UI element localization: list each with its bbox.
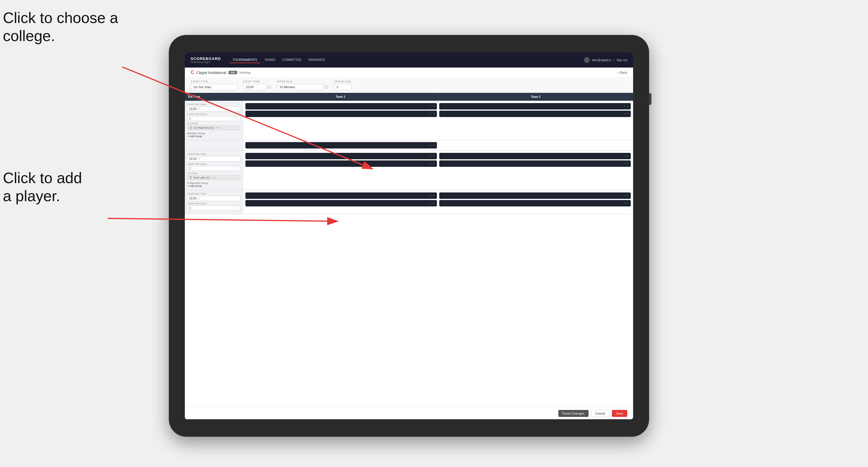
slot-edit-icon-5[interactable]: ✎ <box>433 144 435 147</box>
group-size-select[interactable]: 3 <box>334 84 351 90</box>
slot-edit-icon[interactable]: ✎ <box>433 105 435 108</box>
remove-group-2[interactable]: ⊖ Remove Group <box>187 182 241 185</box>
slot-x-icon-11[interactable]: × <box>430 202 432 205</box>
slot-x-icon-6[interactable]: × <box>430 155 432 157</box>
player-slot-t1-1a[interactable]: × ✎ <box>245 103 437 110</box>
slot-x-icon-12[interactable]: × <box>624 194 625 197</box>
team2-col-2: × ✎ × ✎ <box>439 153 631 187</box>
start-time-input[interactable] <box>243 84 266 90</box>
starting-time-input-2[interactable]: 10:10 ⓘ <box>187 156 241 162</box>
course-tag-2[interactable]: 🏌 East Lake GC × ✎ <box>187 175 241 180</box>
course-label-2: COURSE: <box>187 172 241 175</box>
player-slot-t2-1b[interactable]: × ✎ <box>439 111 631 117</box>
nav-links: TOURNAMENTS TEAMS COMMITTEE RANKINGS <box>230 57 584 63</box>
slot-x-icon-5[interactable]: × <box>430 144 432 147</box>
player-slot-t2-2a[interactable]: × ✎ <box>439 153 631 159</box>
starting-hole-input-3[interactable]: 1 ⌃⌄ <box>187 206 241 211</box>
nav-link-tournaments[interactable]: TOURNAMENTS <box>230 57 260 63</box>
slot-x-icon-8[interactable]: × <box>624 155 625 157</box>
nav-brand: SCOREBOARD Powered by clippd <box>191 57 221 63</box>
group-left-2: STARTING TIME: 10:10 ⓘ STARTING HOLE: 1 … <box>185 151 243 190</box>
course-tag-1[interactable]: 🏌 (A) Peachtree GC × ✎ <box>187 125 241 130</box>
save-button[interactable]: Save <box>612 410 627 417</box>
back-button[interactable]: < Back <box>617 71 627 74</box>
slot-x-icon-7[interactable]: × <box>430 162 432 165</box>
starting-hole-input-1[interactable]: 1 ⌃⌄ <box>187 116 241 121</box>
slot-edit-icon-13[interactable]: ✎ <box>627 202 629 205</box>
nav-link-teams[interactable]: TEAMS <box>261 57 278 63</box>
nav-link-committee[interactable]: COMMITTEE <box>279 57 305 63</box>
slot-x-icon[interactable]: × <box>430 105 432 108</box>
course-edit-1[interactable]: ✎ <box>218 126 221 129</box>
intervals-select[interactable]: 10 Minutes <box>277 84 323 90</box>
player-slot-t1-1b[interactable]: × ✎ <box>245 111 437 117</box>
slot-edit-icon-4[interactable]: ✎ <box>627 113 629 115</box>
starting-time-field-1: STARTING TIME: 10:00 ⓘ <box>187 103 241 112</box>
col-team2: Team 2 <box>438 93 633 101</box>
course-edit-2[interactable]: ✎ <box>214 176 216 179</box>
starting-time-input-3[interactable]: 10:20 ⓘ <box>187 196 241 201</box>
groups-container: STARTING TIME: 10:00 ⓘ STARTING HOLE: 1 … <box>185 101 633 407</box>
intervals-group: Intervals 10 Minutes ⓘ <box>277 80 328 90</box>
player-slot-t1-2a[interactable]: × ✎ <box>245 153 437 159</box>
breadcrumb-logo: C <box>191 70 194 75</box>
starting-hole-input-2[interactable]: 1 ⌃⌄ <box>187 166 241 171</box>
player-slot-t1-2b[interactable]: × ✎ <box>245 160 437 167</box>
slot-edit-icon-7[interactable]: ✎ <box>433 162 435 165</box>
slot-x-icon-2[interactable]: × <box>430 113 432 115</box>
slot-x-icon-9[interactable]: × <box>624 162 625 165</box>
starting-hole-label-1: STARTING HOLE: <box>187 113 241 116</box>
group-right-1: × ✎ × ✎ × ✎ × <box>243 101 633 140</box>
bottom-actions: Reset Changes Cancel Save <box>185 407 633 419</box>
slot-edit-icon-2[interactable]: ✎ <box>433 113 435 115</box>
player-slot-extra-t1[interactable]: × ✎ <box>245 142 437 149</box>
player-slot-t2-2b[interactable]: × ✎ <box>439 160 631 167</box>
course-extra-row-1: × ✎ <box>185 140 633 151</box>
add-group-2[interactable]: + Add Group <box>187 185 241 187</box>
course-label-1: COURSE: <box>187 122 241 125</box>
player-slot-t2-1a[interactable]: × ✎ <box>439 103 631 110</box>
team1-col-2: × ✎ × ✎ <box>245 153 437 187</box>
starting-hole-label-2: STARTING HOLE: <box>187 163 241 165</box>
annotation-top: Click to choose a college. <box>3 9 118 45</box>
remove-group-1[interactable]: Remove Group <box>187 132 241 135</box>
hole-stepper-3[interactable]: ⌃⌄ <box>234 207 238 210</box>
slot-x-icon-4[interactable]: × <box>624 113 625 115</box>
start-type-select[interactable]: 1st Tee Start <box>191 84 237 90</box>
slot-edit-icon-9[interactable]: ✎ <box>627 162 629 165</box>
starting-time-input-1[interactable]: 10:00 ⓘ <box>187 106 241 112</box>
course-extra-team1-1: × ✎ <box>245 142 437 149</box>
slot-x-icon-13[interactable]: × <box>624 202 625 205</box>
course-field-2: COURSE: 🏌 East Lake GC × ✎ <box>187 172 241 180</box>
starting-time-label-3: STARTING TIME: <box>187 192 241 195</box>
reset-button[interactable]: Reset Changes <box>558 410 589 417</box>
group-right-3: × ✎ × ✎ × ✎ × <box>243 190 633 214</box>
nav-link-rankings[interactable]: RANKINGS <box>306 57 328 63</box>
hole-stepper-2[interactable]: ⌃⌄ <box>234 167 238 170</box>
slot-edit-icon-6[interactable]: ✎ <box>433 155 435 157</box>
slot-x-icon-3[interactable]: × <box>624 105 625 108</box>
course-remove-2[interactable]: × <box>211 176 213 179</box>
cancel-button[interactable]: Cancel <box>591 410 610 417</box>
slot-edit-icon-12[interactable]: ✎ <box>627 194 629 197</box>
player-slot-t1-3a[interactable]: × ✎ <box>245 192 437 199</box>
nav-bar: SCOREBOARD Powered by clippd TOURNAMENTS… <box>185 53 633 67</box>
course-remove-1[interactable]: × <box>216 126 217 129</box>
group-left-1: STARTING TIME: 10:00 ⓘ STARTING HOLE: 1 … <box>185 101 243 140</box>
sign-out-link[interactable]: Sign out <box>617 59 627 62</box>
slot-edit-icon-10[interactable]: ✎ <box>433 194 435 197</box>
player-slot-t2-3b[interactable]: × ✎ <box>439 200 631 207</box>
start-time-group: Start Time ⓘ <box>243 80 271 90</box>
hole-stepper-1[interactable]: ⌃⌄ <box>234 117 238 120</box>
starting-hole-label-3: STARTING HOLE: <box>187 203 241 205</box>
add-group-1[interactable]: + Add Group <box>187 135 241 138</box>
player-slot-t2-3a[interactable]: × ✎ <box>439 192 631 199</box>
slot-edit-icon-11[interactable]: ✎ <box>433 202 435 205</box>
slot-x-icon-10[interactable]: × <box>430 194 432 197</box>
slot-edit-icon-8[interactable]: ✎ <box>627 155 629 157</box>
breadcrumb-hosting: Hosting <box>240 71 250 74</box>
slot-edit-icon-3[interactable]: ✎ <box>627 105 629 108</box>
intervals-info-icon: ⓘ <box>324 85 328 90</box>
starting-hole-field-3: STARTING HOLE: 1 ⌃⌄ <box>187 203 241 211</box>
player-slot-t1-3b[interactable]: × ✎ <box>245 200 437 207</box>
